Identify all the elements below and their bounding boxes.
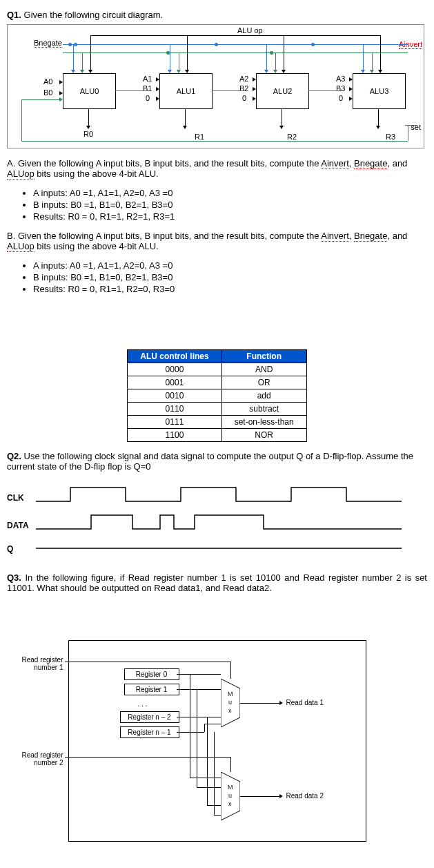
reg1: Register 1 — [124, 684, 179, 695]
q1a-b3: Results: R0 = 0, R1=1, R2=1, R3=1 — [33, 211, 427, 222]
q1-heading: Q1. Given the following circuit diagram. — [7, 10, 427, 20]
svg-text:x: x — [228, 707, 232, 714]
q3-heading: Q3. In the following figure, if Read reg… — [7, 572, 427, 593]
r0: R0 — [83, 130, 93, 138]
th-func: Function — [221, 350, 306, 363]
a2: A2 — [239, 75, 248, 83]
svg-text:M: M — [228, 784, 233, 791]
alu-control-table: ALU control linesFunction 0000AND 0001OR… — [127, 349, 306, 442]
q1b-b3: Results: R0 = 0, R1=1, R2=0, R3=0 — [33, 284, 427, 294]
label-bnegate: Bnegate — [34, 39, 62, 47]
r3: R3 — [386, 133, 395, 141]
reg-dots: . . . — [138, 700, 148, 708]
svg-text:u: u — [228, 792, 232, 799]
q1-parta-intro: A. Given the following A input bits, B i… — [7, 158, 427, 179]
rd2: Read data 2 — [286, 792, 324, 800]
rr1-label: Read register number 1 — [15, 656, 63, 671]
label-aluop: ALU op — [237, 26, 263, 35]
data-label: DATA — [7, 521, 29, 530]
svg-text:M: M — [228, 691, 233, 697]
timing-svg — [36, 481, 415, 557]
register-file-diagram: Read register number 1 Read register num… — [68, 640, 366, 842]
q1b-b2: B inputs: B0 =1, B1=0, B2=1, B3=0 — [33, 272, 427, 282]
q1-partb-bullets: A inputs: A0 =1, A1=1, A2=0, A3 =0 B inp… — [21, 260, 427, 294]
label-set: set — [411, 123, 421, 131]
reg0: Register 0 — [124, 668, 179, 680]
regn1: Register n – 1 — [120, 726, 179, 738]
timing-diagram: CLK DATA Q — [7, 481, 421, 563]
clk-label: CLK — [7, 493, 24, 503]
q1a-b2: B inputs: B0 =1, B1=0, B2=1, B3=0 — [33, 200, 427, 210]
q-label: Q — [7, 544, 13, 554]
mux2: Mux — [221, 772, 240, 820]
th-ctl: ALU control lines — [128, 350, 221, 363]
r1: R1 — [195, 133, 204, 141]
mux1: Mux — [221, 679, 240, 727]
a0: A0 — [43, 77, 52, 86]
b1: B1 — [143, 84, 152, 93]
b2: B2 — [239, 84, 248, 93]
b0: B0 — [43, 88, 52, 97]
a3: A3 — [336, 75, 345, 83]
q1b-b1: A inputs: A0 =1, A1=1, A2=0, A3 =0 — [33, 260, 427, 271]
q1-partb-intro: B. Given the following A input bits, B i… — [7, 231, 427, 251]
alu-circuit-diagram: Bnegate ALU op Ainvert set ALU0 ALU1 ALU… — [7, 24, 424, 148]
alu3-box: ALU3 — [353, 73, 406, 109]
alu0-box: ALU0 — [63, 73, 116, 109]
r2: R2 — [287, 133, 297, 141]
rr2-label: Read register number 2 — [15, 751, 63, 766]
q1-parta-bullets: A inputs: A0 =1, A1=1, A2=0, A3 =0 B inp… — [21, 188, 427, 222]
alu1-box: ALU1 — [159, 73, 213, 109]
alu2-box: ALU2 — [256, 73, 309, 109]
z2: 0 — [242, 94, 246, 102]
z3: 0 — [339, 94, 343, 102]
a1: A1 — [143, 75, 152, 83]
rd1: Read data 1 — [286, 699, 324, 706]
svg-text:u: u — [228, 699, 232, 706]
q1a-b1: A inputs: A0 =1, A1=1, A2=0, A3 =0 — [33, 188, 427, 198]
z1: 0 — [146, 94, 150, 102]
regn2: Register n – 2 — [120, 711, 179, 723]
q2-heading: Q2. Use the following clock signal and d… — [7, 451, 427, 472]
b3: B3 — [336, 84, 345, 93]
svg-text:x: x — [228, 800, 232, 807]
